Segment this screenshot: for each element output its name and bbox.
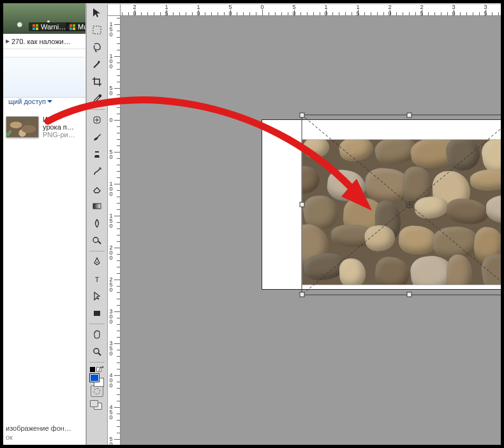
svg-rect-15 xyxy=(300,202,304,207)
path-select-tool[interactable] xyxy=(89,288,105,304)
move-tool[interactable] xyxy=(89,4,105,21)
breadcrumb-label: 270. как наложи… xyxy=(11,38,71,45)
windows-icon xyxy=(70,24,75,30)
transform-box[interactable] xyxy=(299,112,501,297)
default-colors-icon[interactable] xyxy=(90,367,95,372)
hand-tool[interactable] xyxy=(89,326,105,343)
svg-rect-7 xyxy=(94,311,100,316)
svg-rect-13 xyxy=(407,113,411,117)
gradient-tool[interactable] xyxy=(89,198,105,214)
window-tab-label: Warni… xyxy=(41,23,66,31)
quick-mask-button[interactable] xyxy=(91,385,103,397)
healing-brush-tool[interactable] xyxy=(89,112,105,128)
svg-rect-1 xyxy=(99,94,101,97)
status-text: ок xyxy=(6,433,84,441)
canvas-workspace[interactable] xyxy=(121,16,501,445)
explorer-header-image: Warni… Multi… xyxy=(3,3,85,34)
file-thumbnail: ✓ xyxy=(6,116,39,138)
screen-mode-button[interactable] xyxy=(90,400,104,412)
blur-tool[interactable] xyxy=(89,215,105,232)
photoshop-toolbox: T xyxy=(86,3,108,445)
crop-tool[interactable] xyxy=(89,73,105,90)
file-meta: И… урока п… PNG-ри… xyxy=(43,116,84,138)
status-text: изображение фон… xyxy=(6,424,84,432)
dodge-tool[interactable] xyxy=(89,232,105,249)
file-name: урока п… xyxy=(43,123,84,131)
lasso-tool[interactable] xyxy=(89,39,105,56)
share-button-label: щий доступ xyxy=(8,98,46,105)
svg-rect-3 xyxy=(93,204,101,209)
svg-rect-17 xyxy=(300,292,304,297)
brush-tool[interactable] xyxy=(89,129,105,146)
status-bar: изображение фон… ок xyxy=(6,424,84,441)
file-explorer-panel: Warni… Multi… ▶ 270. как наложи… щий дос… xyxy=(3,3,86,445)
horizontal-ruler[interactable]: 20015010050050100150200250300350400 xyxy=(121,3,501,16)
document-area: 20015010050050100150200250300350400 1501… xyxy=(108,3,501,445)
svg-rect-0 xyxy=(93,26,101,34)
svg-line-11 xyxy=(302,115,501,295)
pen-tool[interactable] xyxy=(89,253,105,270)
window-tab[interactable]: Warni… xyxy=(29,22,70,31)
vertical-ruler[interactable]: 15010050050100150200250300350400450500 xyxy=(108,16,121,445)
breadcrumb-arrow-icon: ▶ xyxy=(6,38,10,44)
svg-point-5 xyxy=(96,262,98,263)
svg-text:T: T xyxy=(95,276,100,283)
rectangle-shape-tool[interactable] xyxy=(89,305,105,322)
window-tab[interactable]: Multi… xyxy=(66,22,85,31)
foreground-color[interactable] xyxy=(89,373,100,382)
svg-rect-18 xyxy=(407,292,411,297)
windows-icon xyxy=(33,24,38,30)
checkmark-icon: ✓ xyxy=(6,128,13,138)
zoom-tool[interactable] xyxy=(89,343,105,360)
svg-rect-9 xyxy=(302,115,501,295)
breadcrumb[interactable]: ▶ 270. как наложи… xyxy=(3,34,85,49)
file-item[interactable]: ✓ И… урока п… PNG-ри… xyxy=(6,113,84,141)
history-brush-tool[interactable] xyxy=(89,163,105,180)
svg-rect-12 xyxy=(300,113,304,117)
svg-point-8 xyxy=(94,348,99,354)
color-swatches[interactable] xyxy=(89,366,105,384)
clone-stamp-tool[interactable] xyxy=(89,146,105,163)
magic-wand-tool[interactable] xyxy=(89,56,105,73)
marquee-tool[interactable] xyxy=(89,22,105,38)
svg-line-10 xyxy=(302,115,501,295)
swap-colors-icon[interactable] xyxy=(98,366,105,373)
share-dropdown-button[interactable]: щий доступ xyxy=(4,94,55,108)
type-tool[interactable]: T xyxy=(89,271,105,287)
eraser-tool[interactable] xyxy=(89,181,105,197)
file-name: И… xyxy=(43,116,84,123)
svg-point-4 xyxy=(93,237,98,243)
window-tab-label: Multi… xyxy=(78,23,85,31)
ruler-origin[interactable] xyxy=(108,3,121,16)
file-type: PNG-ри… xyxy=(43,131,84,138)
explorer-toolbar: щий доступ xyxy=(3,57,85,98)
eyedropper-tool[interactable] xyxy=(89,91,105,107)
